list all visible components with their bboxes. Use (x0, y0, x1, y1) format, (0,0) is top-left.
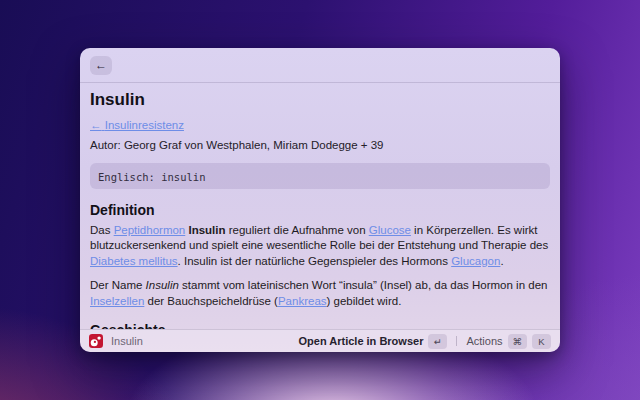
section-heading: Definition (90, 202, 550, 218)
footer-divider (456, 336, 457, 346)
text-segment: reguliert die Aufnahme von (226, 224, 369, 236)
return-key-icon: ↵ (428, 334, 447, 349)
wiki-link[interactable]: Pankreas (278, 295, 327, 307)
text-segment: Insulin (188, 224, 225, 236)
text-segment: . (500, 255, 503, 267)
raycast-window: ← Insulin ← Insulinresistenz Autor: Geor… (80, 48, 560, 352)
open-article-button[interactable]: Open Article in Browser ↵ (299, 334, 448, 349)
actions-button[interactable]: Actions ⌘ K (466, 334, 551, 349)
prev-article-label: Insulinresistenz (105, 119, 184, 131)
section-heading: Geschichte (90, 322, 550, 329)
back-arrow-icon: ← (95, 58, 107, 72)
text-segment: Das (90, 224, 114, 236)
text-segment: Der Name (90, 279, 146, 291)
actions-label: Actions (466, 335, 502, 347)
english-term-codeblock: Englisch: insulin (90, 163, 550, 189)
k-key: K (532, 334, 551, 349)
paragraph: Der Name Insulin stammt vom lateinischen… (90, 278, 550, 309)
footer-item-title: Insulin (111, 335, 143, 347)
text-segment: der Bauchspeicheldrüse ( (144, 295, 278, 307)
sections: DefinitionDas Peptidhormon Insulin regul… (90, 202, 550, 330)
left-arrow-icon: ← (90, 119, 102, 131)
text-segment: . Insulin ist der natürliche Gegenspiele… (178, 255, 452, 267)
text-segment: stammt vom lateinischen Wort “insula” (I… (179, 279, 548, 291)
doccheck-app-icon (89, 334, 103, 348)
wiki-link[interactable]: Glucose (369, 224, 411, 236)
wiki-link[interactable]: Peptidhormon (114, 224, 186, 236)
paragraph: Das Peptidhormon Insulin reguliert die A… (90, 223, 550, 270)
cmd-key-icon: ⌘ (508, 334, 528, 349)
footer-bar: Insulin Open Article in Browser ↵ Action… (80, 329, 560, 352)
prev-article-link[interactable]: ← Insulinresistenz (90, 119, 184, 132)
back-button[interactable]: ← (90, 56, 112, 75)
text-segment: Insulin (146, 279, 179, 291)
open-article-label: Open Article in Browser (299, 335, 424, 347)
english-term-code: Englisch: insulin (98, 171, 205, 183)
article-content: Insulin ← Insulinresistenz Autor: Georg … (80, 83, 560, 329)
window-header: ← (80, 48, 560, 83)
wiki-link[interactable]: Diabetes mellitus (90, 255, 178, 267)
author-line: Autor: Georg Graf von Westphalen, Miriam… (90, 138, 550, 154)
wiki-link[interactable]: Inselzellen (90, 295, 144, 307)
wiki-link[interactable]: Glucagon (451, 255, 500, 267)
text-segment: ) gebildet wird. (327, 295, 402, 307)
page-title: Insulin (90, 90, 550, 109)
